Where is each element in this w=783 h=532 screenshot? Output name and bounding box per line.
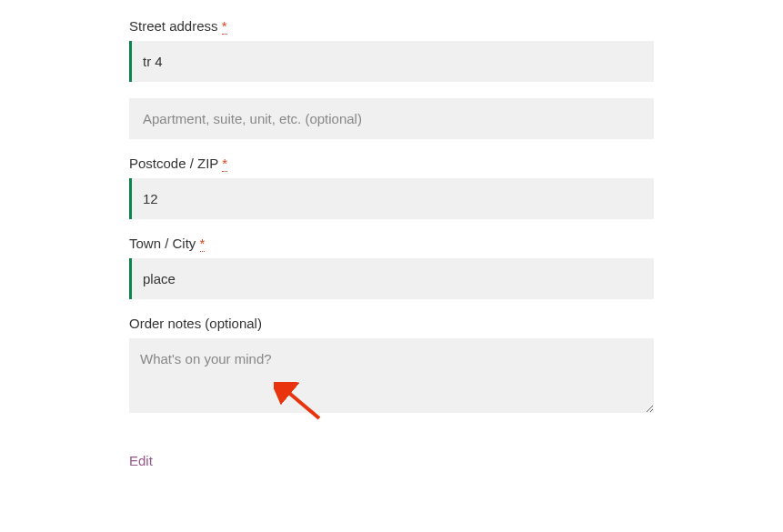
town-label: Town / City *: [129, 236, 654, 251]
postcode-label-text: Postcode / ZIP: [129, 156, 218, 171]
postcode-label: Postcode / ZIP *: [129, 156, 654, 171]
edit-link[interactable]: Edit: [129, 453, 153, 468]
order-notes-group: Order notes (optional): [129, 316, 654, 417]
apartment-group: [129, 98, 654, 139]
street-address-group: Street address *: [129, 18, 654, 82]
order-notes-label: Order notes (optional): [129, 316, 654, 331]
street-address-label-text: Street address: [129, 18, 218, 34]
required-marker: *: [200, 236, 206, 252]
street-address-input[interactable]: [129, 41, 654, 82]
checkout-form: Street address * Postcode / ZIP * Town /…: [0, 0, 783, 469]
street-address-label: Street address *: [129, 18, 654, 34]
town-label-text: Town / City: [129, 236, 196, 251]
postcode-input[interactable]: [129, 178, 654, 219]
town-group: Town / City *: [129, 236, 654, 299]
postcode-group: Postcode / ZIP *: [129, 156, 654, 219]
required-marker: *: [222, 156, 227, 172]
apartment-input[interactable]: [129, 98, 654, 139]
order-notes-textarea[interactable]: [129, 338, 654, 413]
required-marker: *: [222, 18, 227, 35]
town-input[interactable]: [129, 258, 654, 299]
